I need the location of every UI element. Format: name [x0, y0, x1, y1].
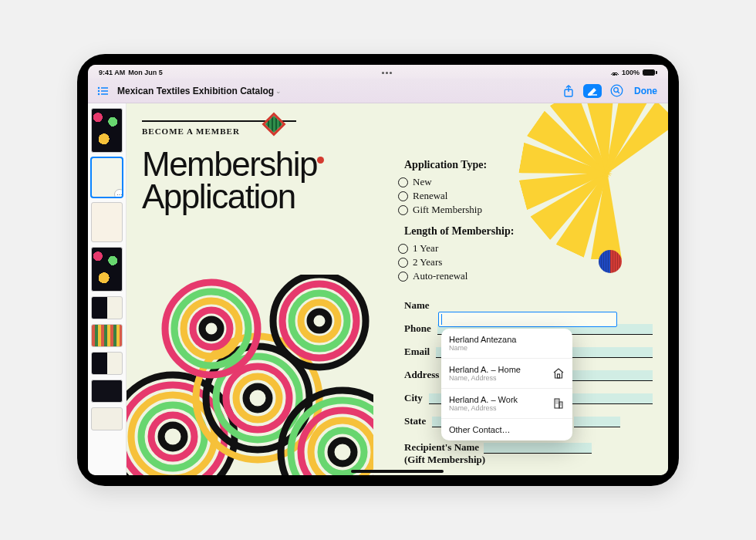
length-heading: Length of Membership: — [404, 225, 653, 238]
radio-auto[interactable] — [398, 272, 408, 282]
page-thumbnail[interactable] — [91, 296, 123, 319]
document-page: BECOME A MEMBER Membership Application — [127, 103, 668, 475]
svg-point-2 — [98, 89, 100, 91]
svg-point-22 — [321, 430, 364, 474]
battery-icon — [643, 69, 657, 76]
page-title: Membership Application — [142, 148, 389, 213]
page-thumbnail[interactable] — [91, 380, 123, 403]
svg-point-32 — [310, 312, 329, 330]
content-area: ⋯ — [88, 103, 668, 475]
autofill-item[interactable]: Herland A. – Work Name, Address — [441, 389, 572, 419]
svg-point-28 — [193, 310, 230, 347]
svg-point-4 — [98, 93, 100, 94]
svg-rect-37 — [558, 374, 560, 378]
recipient-block: Recipient's Name (Gift Membership) — [404, 441, 653, 466]
page-thumbnail[interactable] — [91, 108, 123, 153]
autofill-item[interactable]: Herland Antezana Name — [441, 329, 572, 359]
text-caret — [441, 314, 442, 325]
svg-point-15 — [246, 386, 269, 410]
svg-point-7 — [611, 85, 623, 96]
multitask-dots[interactable] — [380, 72, 393, 74]
comment-badge-icon: ⋯ — [114, 189, 123, 197]
label-name: Name — [404, 299, 430, 312]
status-time: 9:41 AM — [99, 69, 125, 76]
radio-gift[interactable] — [398, 205, 408, 215]
label-address: Address — [404, 369, 439, 381]
wifi-icon — [611, 69, 619, 76]
autofill-other[interactable]: Other Contact… — [441, 419, 572, 440]
page-thumbnail[interactable] — [91, 352, 123, 375]
thumbnail-strip[interactable]: ⋯ — [88, 103, 127, 475]
building-icon — [552, 397, 565, 410]
autofill-item[interactable]: Herland A. – Home Name, Address — [441, 359, 572, 389]
done-button[interactable]: Done — [631, 86, 660, 96]
toolbar: Mexican Textiles Exhibition Catalog ⌄ Do… — [88, 79, 668, 103]
markup-button[interactable] — [583, 84, 602, 98]
svg-point-36 — [273, 275, 366, 367]
doc-header: BECOME A MEMBER Membership Application — [142, 120, 389, 213]
app-type-heading: Application Type: — [404, 159, 653, 171]
home-indicator[interactable] — [351, 470, 444, 473]
document-title-text: Mexican Textiles Exhibition Catalog — [117, 86, 274, 96]
name-field[interactable] — [438, 312, 617, 327]
textile-art — [127, 275, 373, 475]
svg-point-16 — [236, 376, 279, 420]
chevron-down-icon: ⌄ — [275, 87, 282, 95]
label-email: Email — [404, 346, 430, 358]
autofill-popover: Herland Antezana Name Herland A. – Home … — [441, 329, 572, 440]
ipad-frame: 9:41 AM Mon Jun 5 100% Mexican Textiles … — [77, 54, 679, 486]
page-thumbnail[interactable] — [91, 324, 123, 347]
svg-point-33 — [301, 302, 338, 339]
thumbnails-toggle-icon[interactable] — [96, 84, 110, 98]
status-bar: 9:41 AM Mon Jun 5 100% — [88, 65, 668, 79]
search-circle-icon[interactable] — [609, 84, 623, 98]
battery-percent: 100% — [622, 69, 640, 76]
svg-point-0 — [98, 86, 100, 88]
zip-field[interactable] — [574, 417, 620, 427]
radio-new[interactable] — [398, 177, 408, 187]
recipient-field[interactable] — [484, 443, 592, 454]
svg-point-8 — [613, 88, 618, 93]
share-icon[interactable] — [562, 84, 575, 98]
label-state: State — [404, 415, 426, 427]
svg-point-27 — [202, 319, 221, 338]
ipad-screen: 9:41 AM Mon Jun 5 100% Mexican Textiles … — [88, 65, 668, 475]
page-thumbnail[interactable] — [91, 407, 123, 430]
house-icon — [552, 367, 565, 380]
svg-point-21 — [331, 440, 354, 464]
radio-1year[interactable] — [398, 244, 408, 254]
svg-point-10 — [151, 415, 194, 458]
page-thumbnail[interactable]: ⋯ — [91, 157, 123, 197]
radio-renewal[interactable] — [398, 191, 408, 201]
status-date: Mon Jun 5 — [128, 69, 163, 76]
document-title[interactable]: Mexican Textiles Exhibition Catalog ⌄ — [117, 86, 282, 96]
page-thumbnail[interactable] — [91, 202, 123, 242]
page-thumbnail[interactable] — [91, 247, 123, 292]
svg-point-9 — [161, 425, 184, 448]
label-phone: Phone — [404, 322, 431, 335]
svg-rect-38 — [555, 399, 559, 408]
radio-2years[interactable] — [398, 258, 408, 268]
label-city: City — [404, 392, 423, 404]
